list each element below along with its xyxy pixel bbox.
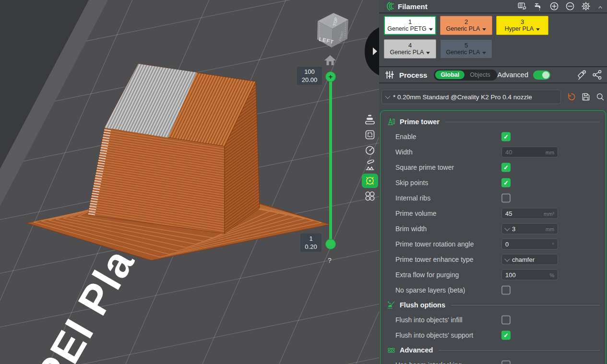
filament-collapse-icon[interactable] bbox=[595, 1, 606, 13]
input-field[interactable]: 45mm³ bbox=[501, 208, 558, 219]
checkbox-checked[interactable]: ✓ bbox=[501, 178, 511, 188]
undo-icon[interactable] bbox=[566, 91, 577, 103]
process-icon bbox=[384, 69, 395, 81]
tool-prime-tower[interactable] bbox=[362, 174, 378, 188]
setting-row: Width 40mm bbox=[381, 144, 606, 160]
checkbox-unchecked[interactable] bbox=[501, 194, 511, 203]
filament-slot-4[interactable]: 4Generic PLA bbox=[384, 39, 436, 59]
filament-slot-name: Hyper PLA bbox=[505, 25, 540, 33]
search-icon[interactable] bbox=[595, 91, 606, 103]
nav-cube[interactable]: LEFT TOP FRONT bbox=[311, 4, 354, 52]
setting-label: Extra flow for purging bbox=[395, 271, 459, 279]
select-field[interactable]: chamfer bbox=[501, 254, 558, 265]
wizard-icon[interactable] bbox=[576, 69, 587, 81]
field-unit: mm bbox=[546, 149, 554, 155]
compare-presets-icon[interactable] bbox=[592, 69, 603, 81]
checkbox-checked[interactable]: ✓ bbox=[501, 163, 511, 172]
chevron-down-icon[interactable] bbox=[504, 225, 510, 231]
checkbox-checked[interactable]: ✓ bbox=[501, 331, 511, 340]
tool-support[interactable] bbox=[362, 158, 378, 173]
checkbox-unchecked[interactable] bbox=[501, 361, 511, 364]
advanced-toggle[interactable] bbox=[533, 70, 550, 80]
add-filament-icon[interactable] bbox=[548, 0, 560, 12]
preset-row: * 0.20mm Standard @Creality K2 Pro 0.4 n… bbox=[381, 89, 606, 105]
setting-row: Prime tower enhance type chamfer bbox=[381, 252, 606, 267]
setting-row: Prime volume 45mm³ bbox=[381, 206, 606, 221]
setting-label: Flush into objects' infill bbox=[395, 316, 463, 324]
preset-dropdown[interactable]: * 0.20mm Standard @Creality K2 Pro 0.4 n… bbox=[381, 90, 561, 104]
home-view-button[interactable] bbox=[323, 54, 337, 67]
setting-row: Use beam interlocking bbox=[381, 357, 606, 364]
input-field[interactable]: 0° bbox=[501, 239, 558, 250]
tool-quality[interactable] bbox=[362, 112, 378, 127]
remove-filament-icon[interactable] bbox=[564, 0, 576, 12]
chevron-down-icon bbox=[385, 94, 390, 99]
chevron-down-icon[interactable] bbox=[504, 256, 510, 261]
others-icon bbox=[364, 190, 376, 202]
scope-tab-objects[interactable]: Objects bbox=[464, 70, 495, 79]
tool-speed[interactable] bbox=[362, 143, 378, 157]
sync-filament-icon[interactable] bbox=[517, 0, 528, 12]
setting-label: Internal ribs bbox=[395, 194, 430, 202]
setting-row: Square prime tower ✓ bbox=[381, 160, 606, 175]
checkbox-unchecked[interactable] bbox=[501, 286, 511, 295]
setting-row: Prime tower rotation angle 0° bbox=[381, 236, 606, 252]
field-value: 0 bbox=[505, 241, 552, 248]
field-unit: mm³ bbox=[544, 211, 554, 216]
advanced-label: Advanced bbox=[498, 71, 529, 79]
setting-row: No sparse layers (beta) bbox=[381, 282, 606, 298]
parameter-category-toolbar bbox=[362, 112, 379, 204]
input-field[interactable]: 100% bbox=[501, 270, 558, 281]
filament-slot-2[interactable]: 2Generic PLA bbox=[440, 16, 492, 35]
chevron-down-icon[interactable] bbox=[482, 28, 486, 31]
panel-collapse-handle[interactable] bbox=[364, 27, 379, 77]
section-header: Advanced bbox=[381, 343, 606, 357]
setting-label: Skip points bbox=[395, 179, 428, 187]
layer-slider-top-handle[interactable]: + bbox=[325, 71, 336, 82]
filament-slot-name: Generic PLA bbox=[390, 49, 430, 56]
filament-slot-number: 1 bbox=[408, 18, 412, 25]
section-title: Flush options bbox=[400, 301, 445, 309]
checkbox-unchecked[interactable] bbox=[501, 316, 511, 325]
chevron-down-icon[interactable] bbox=[536, 28, 540, 31]
scope-tab-global[interactable]: Global bbox=[435, 70, 464, 79]
chevron-down-icon[interactable] bbox=[482, 52, 486, 54]
layer-slider-bottom-handle[interactable] bbox=[325, 239, 336, 249]
filament-slot-3[interactable]: 3Hyper PLA bbox=[496, 16, 548, 35]
setting-row: Extra flow for purging 100% bbox=[381, 267, 606, 282]
chevron-down-icon[interactable] bbox=[426, 52, 430, 54]
filament-spool-icon bbox=[383, 0, 394, 12]
filament-settings-icon[interactable] bbox=[580, 0, 592, 12]
quality-icon bbox=[364, 114, 376, 125]
filament-slot-1[interactable]: 1Generic PETG bbox=[384, 16, 436, 35]
input-field[interactable]: 40mm bbox=[501, 147, 558, 158]
filament-slot-number: 3 bbox=[521, 18, 524, 25]
save-icon[interactable] bbox=[580, 91, 592, 103]
flush-options-section-icon bbox=[386, 301, 396, 310]
field-value: chamfer bbox=[512, 256, 554, 263]
setting-row: Skip points ✓ bbox=[381, 175, 606, 190]
section-title: Prime tower bbox=[400, 118, 440, 126]
setting-label: Width bbox=[395, 148, 413, 156]
slider-help-hint[interactable]: ? bbox=[328, 257, 332, 264]
checkbox-checked[interactable]: ✓ bbox=[501, 132, 511, 141]
support-icon bbox=[364, 160, 376, 171]
layer-slider-top-tooltip: 100 20.00 bbox=[297, 67, 322, 85]
setting-label: Enable bbox=[395, 133, 417, 141]
viewport-3d[interactable]: ed PEI Plat bbox=[0, 0, 379, 364]
field-value: 3 bbox=[512, 225, 546, 233]
prime-tower-body[interactable] bbox=[88, 64, 260, 234]
chevron-down-icon[interactable] bbox=[429, 28, 433, 31]
filament-slot-5[interactable]: 5Generic PLA bbox=[440, 39, 492, 59]
prime-tower-model[interactable] bbox=[0, 0, 379, 364]
section-header: Prime tower bbox=[381, 115, 606, 129]
section-header: Flush options bbox=[381, 298, 606, 312]
input-field[interactable]: 3mm bbox=[501, 223, 558, 235]
setting-label: Prime tower enhance type bbox=[395, 256, 474, 263]
layer-slider-track[interactable] bbox=[329, 77, 332, 245]
creality-slicer-window: ed PEI Plat bbox=[0, 0, 607, 364]
tool-others[interactable] bbox=[362, 189, 378, 203]
filament-title: Filament bbox=[398, 2, 428, 11]
tool-strength[interactable] bbox=[362, 128, 378, 142]
flush-volumes-icon[interactable] bbox=[533, 0, 544, 12]
